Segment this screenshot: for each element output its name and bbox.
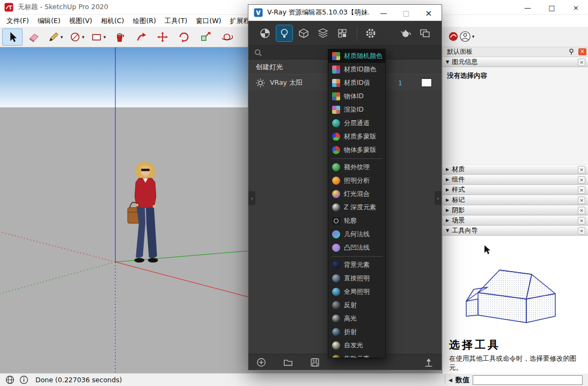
person-figure[interactable]: [122, 161, 168, 267]
maximize-button[interactable]: □: [540, 0, 564, 15]
add-asset-icon[interactable]: [256, 357, 267, 368]
light-color-swatch[interactable]: [421, 78, 432, 87]
dropdown-arrow-icon[interactable]: ▾: [61, 34, 63, 40]
pin-icon[interactable]: [568, 48, 575, 55]
menubar-item-1[interactable]: 文件(F): [2, 16, 33, 27]
open-folder-icon[interactable]: [283, 357, 293, 368]
statusbar: Done (0.227036 seconds) ◀ 数值: [0, 373, 588, 386]
vray-menu-item-16[interactable]: 背景元素: [328, 258, 385, 272]
vray-menu-item-8[interactable]: 物体多蒙版: [328, 143, 385, 157]
vray-menu-item-5[interactable]: 渲染ID: [328, 103, 385, 116]
menu-item-label: 材质多蒙版: [344, 132, 376, 141]
vray-menu-item-17[interactable]: 直接照明: [328, 272, 385, 285]
vray-close-button[interactable]: ×: [418, 5, 439, 21]
section-close-button[interactable]: ×: [578, 186, 585, 194]
orbit-tool-button[interactable]: [217, 28, 237, 46]
vray-menu-item-2[interactable]: 材质ID颜色: [328, 63, 385, 76]
dropdown-arrow-icon[interactable]: ▾: [104, 34, 106, 40]
vray-menu-item-13[interactable]: 轮廓: [328, 214, 385, 228]
vray-menu-item-11[interactable]: 灯光混合: [328, 187, 385, 201]
section-close-button[interactable]: ×: [578, 176, 585, 184]
panel-section-场景[interactable]: ▶场景×: [443, 215, 588, 225]
vray-menu-item-10[interactable]: 照明分析: [328, 174, 385, 187]
lights-tab-button[interactable]: [276, 25, 292, 41]
line-tool-button[interactable]: ▾: [45, 28, 65, 46]
save-icon[interactable]: [310, 357, 320, 368]
materials-tab-button[interactable]: [257, 25, 273, 41]
vray-menu-item-20[interactable]: 高光: [328, 312, 385, 325]
vray-menu-item-7[interactable]: 材质多蒙版: [328, 130, 385, 143]
vray-maximize-button[interactable]: □: [395, 5, 417, 21]
panel-section-阴影[interactable]: ▶阴影×: [443, 205, 588, 215]
section-close-button[interactable]: ×: [578, 59, 585, 66]
vray-menu-item-1[interactable]: 材质随机颜色: [328, 49, 385, 63]
select-tool-button[interactable]: [2, 28, 23, 46]
dropdown-arrow-icon[interactable]: ▾: [472, 34, 475, 39]
textures-tab-button[interactable]: [315, 25, 331, 41]
vray-menu-item-21[interactable]: 折射: [328, 325, 385, 339]
move-tool-button[interactable]: [152, 28, 173, 46]
no-selection-text: 没有选择内容: [447, 71, 487, 79]
vray-minimize-button[interactable]: —: [373, 5, 394, 21]
menubar-item-6[interactable]: 工具(T): [160, 16, 192, 27]
vray-menu-item-4[interactable]: 物体ID: [328, 90, 385, 103]
rectangle-tool-button[interactable]: ▾: [88, 28, 108, 46]
measurement-input[interactable]: [473, 375, 583, 385]
upload-tripod-icon[interactable]: [423, 357, 434, 368]
light-intensity-value[interactable]: 1: [398, 79, 402, 87]
credits-info-icon[interactable]: [19, 375, 28, 384]
menubar-item-2[interactable]: 编辑(E): [33, 16, 65, 27]
panel-section-entity-info[interactable]: ▼ 图元信息 ×: [443, 57, 588, 67]
section-close-button[interactable]: ×: [578, 196, 585, 204]
section-close-button[interactable]: ×: [578, 227, 585, 235]
expand-right-panel-tab[interactable]: ›: [435, 191, 442, 205]
panel-section-样式[interactable]: ▶样式×: [443, 185, 588, 195]
render-element-icon: [332, 133, 340, 141]
vray-menu-item-23[interactable]: 焦散元素: [328, 352, 385, 358]
menubar-item-4[interactable]: 相机(C): [97, 16, 128, 27]
tray-header[interactable]: 默认面板 ×: [443, 47, 588, 57]
menubar-item-3[interactable]: 视图(V): [65, 16, 97, 27]
vray-menu-item-3[interactable]: 材质ID值: [328, 76, 385, 90]
render-button[interactable]: [398, 25, 414, 41]
paint-bucket-tool-button[interactable]: [109, 28, 130, 46]
menu-item-label: 自发光: [344, 341, 363, 350]
minimize-button[interactable]: —: [516, 0, 540, 15]
panel-section-instructor[interactable]: ▼ 工具向导 ×: [443, 225, 588, 236]
menu-item-label: 照明分析: [344, 176, 370, 185]
vray-menu-item-19[interactable]: 反射: [328, 298, 385, 312]
dropdown-arrow-icon[interactable]: ▾: [82, 34, 85, 40]
scale-tool-button[interactable]: [195, 28, 216, 46]
vray-menu-item-6[interactable]: 分层通道: [328, 116, 385, 130]
push-pull-tool-button[interactable]: [131, 28, 151, 46]
tray-close-button[interactable]: ×: [578, 48, 586, 55]
geolocation-icon[interactable]: [5, 375, 14, 384]
person-tool-button[interactable]: ▾: [455, 28, 479, 45]
arc-tool-button[interactable]: ▾: [67, 28, 87, 46]
vray-menu-item-22[interactable]: 自发光: [328, 339, 385, 352]
default-tray-panel: 默认面板 × ▼ 图元信息 × 没有选择内容 ▶材质×▶组件×▶样式×▶标记×▶…: [442, 47, 588, 373]
menubar-item-7[interactable]: 窗口(W): [192, 16, 225, 27]
panel-section-标记[interactable]: ▶标记×: [443, 195, 588, 205]
vray-menu-item-14[interactable]: 几何法线: [328, 228, 385, 241]
vray-menu-item-18[interactable]: 全局照明: [328, 285, 385, 298]
geometry-tab-button[interactable]: [296, 25, 312, 41]
frame-buffer-button[interactable]: [417, 25, 433, 41]
section-close-button[interactable]: ×: [578, 166, 585, 173]
triangle-collapsed-icon: ▶: [446, 198, 449, 202]
vray-titlebar[interactable]: V-Ray 资源编辑器5.10.03【萌妹... — □ ×: [248, 5, 442, 21]
panel-section-材质[interactable]: ▶材质×: [443, 164, 588, 174]
collapse-left-panel-tab[interactable]: ‹: [248, 191, 255, 205]
vray-menu-item-15[interactable]: 凸凹法线: [328, 241, 385, 254]
panel-section-组件[interactable]: ▶组件×: [443, 174, 588, 185]
close-button[interactable]: ×: [564, 0, 588, 15]
menubar-item-5[interactable]: 绘图(R): [128, 16, 160, 27]
eraser-tool-button[interactable]: [24, 28, 44, 46]
settings-button[interactable]: [363, 25, 379, 41]
section-close-button[interactable]: ×: [578, 217, 585, 224]
section-close-button[interactable]: ×: [578, 207, 585, 214]
render-elements-tab-button[interactable]: [334, 25, 350, 41]
rotate-tool-button[interactable]: [174, 28, 194, 46]
vray-menu-item-12[interactable]: Z 深度元素: [328, 201, 385, 214]
vray-menu-item-9[interactable]: 额外纹理: [328, 161, 385, 174]
